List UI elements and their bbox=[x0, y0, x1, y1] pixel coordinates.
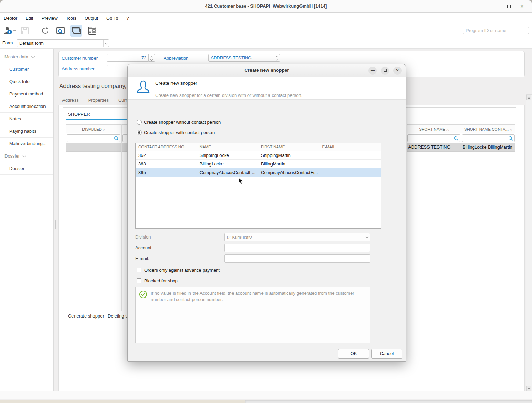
form-select-dropdown[interactable] bbox=[103, 40, 109, 47]
sort-asc-icon: △ bbox=[446, 128, 449, 131]
account-input[interactable] bbox=[224, 244, 370, 252]
menu-bar: Debtor Edit Preview Tools Output Go To ? bbox=[0, 13, 532, 23]
windows-view-button[interactable] bbox=[70, 25, 82, 37]
refresh-button[interactable] bbox=[39, 25, 51, 37]
radio-with-contact[interactable] bbox=[137, 130, 142, 135]
close-button[interactable]: ✕ bbox=[518, 2, 526, 11]
sort-asc-icon: △ bbox=[510, 128, 512, 131]
col-email[interactable]: E-MAIL bbox=[319, 143, 381, 151]
menu-output[interactable]: Output bbox=[85, 16, 98, 21]
scroll-down-button[interactable] bbox=[526, 386, 531, 391]
short-name-column-header[interactable]: SHORT NAME △ bbox=[407, 124, 461, 133]
abbreviation-spinner[interactable] bbox=[274, 54, 280, 62]
chevron-down-icon bbox=[366, 235, 368, 238]
shopper-title: SHOPPER bbox=[68, 112, 90, 117]
tab-properties[interactable]: Properties bbox=[88, 98, 109, 103]
vertical-scrollbar[interactable] bbox=[526, 94, 532, 392]
minimize-button[interactable]: — bbox=[492, 2, 500, 11]
sidebar-item-mahnverbindung[interactable]: Mahnverbindung... bbox=[0, 138, 53, 150]
sidebar-section-dossier[interactable]: Dossier bbox=[0, 150, 53, 162]
advance-payment-label: Orders only against advance payment bbox=[144, 268, 220, 273]
short-name-contact-filter-input[interactable] bbox=[462, 134, 515, 142]
blocked-for-shop-checkbox[interactable] bbox=[137, 278, 141, 283]
short-name-contact-column-header[interactable]: SHORT NAME CONTA... △ bbox=[461, 124, 515, 133]
abbreviation-label: Abbreviation bbox=[164, 56, 188, 61]
maximize-button[interactable] bbox=[505, 2, 513, 11]
report-view-button[interactable] bbox=[86, 25, 98, 37]
toolbar bbox=[0, 23, 532, 39]
success-check-icon bbox=[139, 290, 147, 299]
app-titlebar: 421 Customer base - SHOPAPI_WebwirkungGm… bbox=[0, 0, 532, 13]
dialog-minimize-button[interactable]: — bbox=[368, 67, 377, 75]
info-text: If no value is filled in the Account fie… bbox=[151, 290, 365, 303]
customer-number-spinner[interactable] bbox=[149, 54, 155, 62]
contact-row-365-selected[interactable]: 365 CompnayAbacusContactL... CompnayAbac… bbox=[136, 168, 381, 177]
customer-number-label: Customer number bbox=[62, 56, 98, 61]
col-first-name[interactable]: FIRST NAME bbox=[258, 143, 319, 151]
contact-row-362[interactable]: 362 ShippingLocke ShippingMartin bbox=[136, 151, 381, 160]
sidebar-item-account-allocation[interactable]: Account allocation bbox=[0, 100, 53, 113]
dialog-header: Create new shopper Create new shopper fo… bbox=[128, 77, 406, 100]
radio-with-contact-label: Create shopper with contact person bbox=[144, 130, 215, 135]
search-icon bbox=[114, 136, 119, 141]
sidebar-item-dossier[interactable]: Dossier bbox=[0, 162, 53, 175]
sidebar-item-payment-method[interactable]: Payment method bbox=[0, 88, 53, 100]
windows-icon bbox=[71, 26, 81, 35]
report-icon bbox=[87, 26, 97, 36]
customer-number-field[interactable]: 72 bbox=[107, 54, 149, 62]
dialog-close-button[interactable]: ✕ bbox=[393, 67, 402, 75]
deleting-shopper-link[interactable]: Deleting sh bbox=[108, 313, 130, 319]
account-label: Account: bbox=[135, 245, 153, 250]
col-name[interactable]: NAME bbox=[197, 143, 258, 151]
maximize-icon bbox=[384, 69, 387, 72]
dialog-maximize-button[interactable] bbox=[381, 67, 389, 75]
sidebar-item-notes[interactable]: Notes bbox=[0, 113, 53, 125]
contact-table-header: CONTACT ADDRESS NO. NAME FIRST NAME E-MA… bbox=[136, 143, 381, 151]
refresh-icon bbox=[41, 26, 50, 35]
form-select[interactable]: Default form bbox=[17, 39, 109, 47]
advance-payment-checkbox[interactable] bbox=[137, 268, 141, 272]
scroll-up-button[interactable] bbox=[526, 95, 531, 100]
generate-shopper-link[interactable]: Generate shopper bbox=[68, 313, 104, 319]
sidebar-item-customer[interactable]: Customer bbox=[0, 63, 53, 75]
address-row-short-name-contact[interactable]: BillingLocke BillingMartin bbox=[461, 143, 515, 152]
menu-edit[interactable]: Edit bbox=[26, 16, 33, 21]
radio-without-contact[interactable] bbox=[137, 120, 142, 125]
dialog-title: Create new shopper bbox=[128, 68, 406, 73]
sidebar-section-master-data[interactable]: Master data bbox=[0, 51, 53, 63]
division-dropdown[interactable] bbox=[364, 233, 370, 241]
sidebar-item-quick-info[interactable]: Quick Info bbox=[0, 75, 53, 88]
tab-address[interactable]: Address bbox=[62, 98, 79, 103]
short-name-filter-input[interactable] bbox=[407, 134, 460, 142]
create-shopper-dialog: Create new shopper — ✕ Create new shoppe… bbox=[127, 64, 406, 362]
contact-row-363[interactable]: 363 BillingLocke BillingMartin bbox=[136, 160, 381, 168]
info-box: If no value is filled in the Account fie… bbox=[135, 287, 370, 343]
menu-debtor[interactable]: Debtor bbox=[4, 16, 17, 21]
disabled-filter-input[interactable] bbox=[67, 134, 120, 142]
menu-help[interactable]: ? bbox=[127, 16, 129, 21]
email-label: E-mail: bbox=[135, 256, 149, 261]
address-row-short-name[interactable]: ADDRESS TESTING bbox=[407, 143, 461, 152]
bottom-edge-right bbox=[245, 400, 532, 403]
menu-tools[interactable]: Tools bbox=[66, 16, 76, 21]
sidebar-item-paying-habits[interactable]: Paying habits bbox=[0, 125, 53, 138]
menu-goto[interactable]: Go To bbox=[106, 16, 118, 21]
program-search-input[interactable] bbox=[463, 27, 529, 34]
chevron-down-icon bbox=[23, 154, 26, 157]
menu-preview[interactable]: Preview bbox=[41, 16, 57, 21]
sidebar-splitter[interactable] bbox=[55, 220, 56, 229]
status-strip bbox=[0, 391, 532, 399]
ok-button[interactable]: OK bbox=[338, 349, 369, 359]
new-customer-button[interactable] bbox=[2, 25, 17, 37]
disabled-column-header[interactable]: DISABLED △ bbox=[66, 124, 121, 133]
search-window-button[interactable] bbox=[55, 25, 66, 37]
division-select[interactable]: 0: Kumulativ bbox=[224, 233, 370, 241]
col-contact-address-no[interactable]: CONTACT ADDRESS NO. bbox=[136, 143, 197, 151]
column-separator bbox=[121, 124, 122, 311]
cancel-button[interactable]: Cancel bbox=[371, 349, 402, 359]
save-button[interactable] bbox=[19, 25, 31, 37]
search-icon bbox=[454, 136, 459, 141]
abbreviation-field[interactable]: ADDRESS TESTING bbox=[208, 54, 274, 62]
email-input[interactable] bbox=[224, 254, 370, 263]
company-heading: Address testing company, bbox=[59, 83, 126, 90]
